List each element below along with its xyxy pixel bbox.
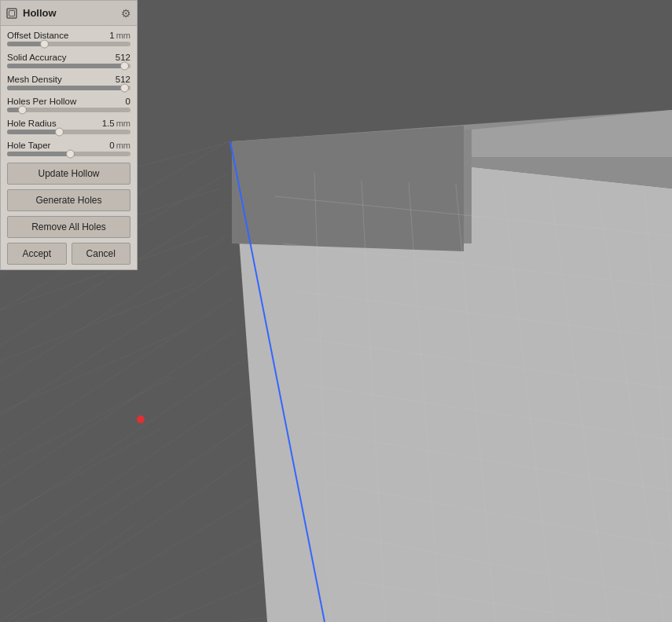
panel-header: Hollow ⚙	[1, 1, 137, 26]
hole-taper-fill	[7, 152, 70, 156]
svg-rect-50	[7, 9, 17, 18]
hole-radius-label: Hole Radius	[7, 119, 57, 128]
hole-radius-param: Hole Radius 1.5 mm	[7, 119, 130, 134]
cancel-button[interactable]: Cancel	[72, 243, 131, 265]
hole-taper-thumb[interactable]	[66, 150, 75, 159]
hole-radius-slider[interactable]	[7, 130, 130, 134]
hole-radius-value: 1.5 mm	[102, 119, 130, 128]
solid-accuracy-label: Solid Accuracy	[7, 53, 66, 62]
mesh-density-thumb[interactable]	[120, 84, 129, 93]
holes-per-hollow-label: Holes Per Hollow	[7, 97, 76, 106]
mesh-density-label: Mesh Density	[7, 75, 62, 84]
mesh-density-slider[interactable]	[7, 86, 130, 90]
solid-accuracy-slider[interactable]	[7, 64, 130, 68]
holes-per-hollow-param: Holes Per Hollow 0	[7, 97, 130, 112]
hollow-panel: Hollow ⚙ Offset Distance 1 mm Solid Accu…	[0, 0, 138, 270]
offset-distance-value: 1 mm	[109, 31, 130, 40]
mesh-density-param: Mesh Density 512	[7, 75, 130, 90]
hole-taper-slider[interactable]	[7, 152, 130, 156]
panel-body: Offset Distance 1 mm Solid Accuracy 512	[1, 26, 137, 269]
gear-button[interactable]: ⚙	[119, 7, 132, 20]
hole-taper-param: Hole Taper 0 mm	[7, 141, 130, 156]
update-hollow-button[interactable]: Update Hollow	[7, 163, 130, 185]
red-dot	[137, 415, 145, 423]
remove-all-holes-button[interactable]: Remove All Holes	[7, 216, 130, 238]
panel-title: Hollow	[23, 7, 119, 19]
hole-radius-fill	[7, 130, 59, 134]
solid-accuracy-fill	[7, 64, 124, 68]
accept-cancel-row: Accept Cancel	[7, 243, 130, 265]
hole-radius-thumb[interactable]	[55, 128, 64, 137]
solid-accuracy-param: Solid Accuracy 512	[7, 53, 130, 68]
hole-taper-label: Hole Taper	[7, 141, 50, 150]
mesh-density-fill	[7, 86, 124, 90]
accept-button[interactable]: Accept	[7, 243, 67, 265]
offset-distance-fill	[7, 42, 44, 46]
svg-marker-30	[232, 126, 464, 251]
offset-distance-thumb[interactable]	[40, 40, 49, 49]
generate-holes-button[interactable]: Generate Holes	[7, 189, 130, 211]
offset-distance-param: Offset Distance 1 mm	[7, 31, 130, 46]
offset-distance-label: Offset Distance	[7, 31, 68, 40]
holes-per-hollow-value: 0	[126, 97, 130, 106]
offset-distance-slider[interactable]	[7, 42, 130, 46]
hole-taper-value: 0 mm	[109, 141, 130, 150]
holes-per-hollow-slider[interactable]	[7, 108, 130, 112]
holes-per-hollow-thumb[interactable]	[18, 106, 27, 115]
solid-accuracy-thumb[interactable]	[120, 62, 129, 71]
hollow-icon	[6, 7, 18, 20]
mesh-density-value: 512	[116, 75, 130, 84]
svg-rect-51	[9, 10, 15, 16]
solid-accuracy-value: 512	[116, 53, 130, 62]
